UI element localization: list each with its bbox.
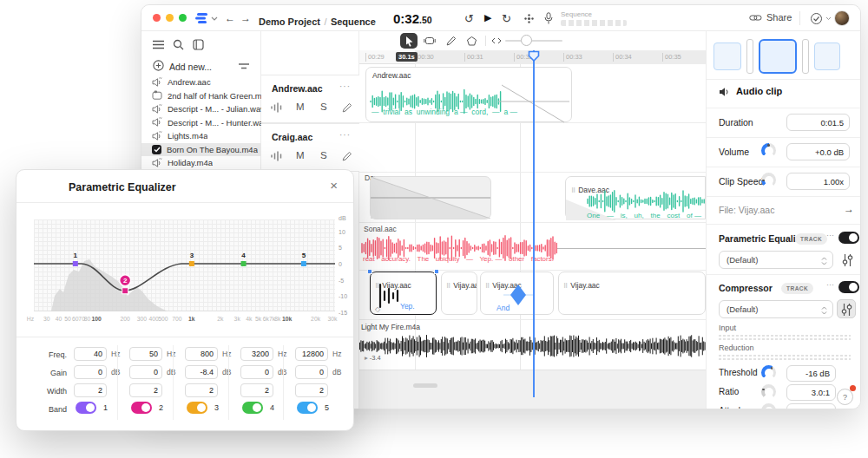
mute-button[interactable]: M <box>296 101 305 112</box>
word[interactable]: unwinding <box>417 108 450 116</box>
band-toggle[interactable] <box>297 402 318 414</box>
param-knob[interactable] <box>761 384 776 399</box>
gap-handle[interactable] <box>802 39 809 74</box>
arrow-right-icon[interactable]: → <box>844 203 854 215</box>
word[interactable]: a — <box>503 108 517 116</box>
clip-vijay[interactable]: ⠿Vijay.aac <box>558 272 706 315</box>
eq-value-input[interactable] <box>129 365 162 379</box>
eq-value-input[interactable] <box>295 365 328 379</box>
word[interactable]: Yep. — <box>479 255 502 263</box>
pen-icon[interactable] <box>341 151 352 162</box>
file-item[interactable]: Andrew.aac <box>141 75 261 89</box>
zoom-slider-thumb[interactable] <box>521 35 532 46</box>
pen-icon[interactable] <box>341 102 352 114</box>
param-input[interactable] <box>786 365 836 382</box>
menu-icon[interactable] <box>153 40 164 49</box>
word[interactable]: — <box>372 108 379 116</box>
eq-value-input[interactable] <box>74 365 107 379</box>
duration-input[interactable] <box>786 114 850 131</box>
file-item[interactable]: Descript - M... - Hunter.wav <box>141 116 261 130</box>
lasso-tool[interactable] <box>463 33 480 49</box>
mute-button[interactable]: M <box>296 150 305 160</box>
solo-button[interactable]: S <box>320 150 327 160</box>
eq-band-point[interactable] <box>241 261 247 266</box>
word[interactable]: a — <box>454 108 468 116</box>
add-new-label[interactable]: Add new... <box>169 62 212 72</box>
word[interactable]: as <box>404 108 412 116</box>
levels-icon[interactable] <box>270 101 284 114</box>
add-new-icon[interactable] <box>153 60 164 71</box>
effect-menu[interactable]: ··· <box>826 280 834 289</box>
word[interactable]: the <box>651 212 661 219</box>
filter-icon[interactable] <box>239 62 249 70</box>
band-toggle[interactable] <box>131 402 152 414</box>
word[interactable]: The <box>418 255 430 263</box>
track-menu-icon[interactable]: ··· <box>339 130 351 140</box>
word[interactable]: — <box>466 255 473 263</box>
band-toggle[interactable] <box>242 402 263 414</box>
eq-value-input[interactable] <box>240 383 273 397</box>
word[interactable]: uh, <box>635 212 644 219</box>
param-knob[interactable] <box>761 365 776 380</box>
param-input[interactable] <box>786 384 836 401</box>
checkbox-checked-icon[interactable] <box>152 145 161 154</box>
clip-thumbnail[interactable] <box>713 43 741 70</box>
file-item[interactable]: Lights.m4a <box>141 129 261 143</box>
selection-handle[interactable] <box>367 269 372 274</box>
ai-sparkle-icon[interactable] <box>523 13 535 24</box>
clip-vijay[interactable]: ⠿Vijay.aacAnd <box>480 272 554 315</box>
word[interactable]: ubiquity <box>436 255 460 263</box>
pen-tool[interactable] <box>442 33 459 49</box>
eq-settings-icon[interactable] <box>841 253 854 267</box>
word[interactable]: cost <box>667 212 681 219</box>
eq-value-input[interactable] <box>185 383 218 397</box>
help-button[interactable]: ? <box>837 389 853 405</box>
back-button[interactable]: ← <box>225 13 235 23</box>
redo-icon[interactable]: ↻ <box>502 13 511 24</box>
word[interactable]: — <box>492 108 500 116</box>
band-toggle[interactable] <box>187 402 207 414</box>
gap-handle[interactable] <box>746 39 753 74</box>
eq-value-input[interactable] <box>295 347 328 361</box>
file-item[interactable]: Holiday.m4a <box>141 156 261 170</box>
track-menu-icon[interactable]: ··· <box>339 82 351 91</box>
eq-value-input[interactable] <box>185 365 218 379</box>
eq-value-input[interactable] <box>240 347 273 361</box>
eq-value-input[interactable] <box>240 365 273 379</box>
solo-button[interactable]: S <box>320 101 327 112</box>
word[interactable]: cord, <box>471 108 488 116</box>
publish-status-button[interactable] <box>810 12 832 25</box>
microphone-icon[interactable] <box>543 12 554 25</box>
eq-value-input[interactable] <box>74 383 107 397</box>
eq-band-point[interactable] <box>73 261 78 266</box>
file-row[interactable]: File: Vijay.aac <box>719 205 774 215</box>
clip-speed-knob[interactable] <box>761 173 776 187</box>
eq-band-point[interactable] <box>189 261 194 266</box>
eq-value-input[interactable] <box>129 383 162 397</box>
volume-knob[interactable] <box>761 143 776 158</box>
breadcrumb-project[interactable]: Demo Project <box>259 16 320 27</box>
preset-select[interactable]: (Default) <box>719 251 833 269</box>
breadcrumb-doc[interactable]: Sequence <box>331 16 376 27</box>
word[interactable]: of — <box>687 212 701 219</box>
close-window-button[interactable] <box>153 14 161 22</box>
forward-button[interactable]: → <box>240 13 251 23</box>
word[interactable]: And <box>496 304 510 312</box>
notebook-icon[interactable] <box>193 39 204 50</box>
eq-value-input[interactable] <box>295 383 328 397</box>
track-header[interactable]: Andrew.aac···MS <box>261 75 359 123</box>
eq-value-input[interactable] <box>74 347 107 361</box>
effect-menu[interactable]: ··· <box>826 231 834 239</box>
chevron-down-icon[interactable] <box>211 16 218 22</box>
band-toggle[interactable] <box>76 402 96 414</box>
word[interactable]: reat <box>363 255 375 263</box>
word[interactable]: other <box>509 255 524 263</box>
undo-icon[interactable]: ↺ <box>464 13 474 24</box>
preset-select[interactable]: (Default) <box>719 300 833 318</box>
share-button[interactable]: Share <box>749 12 792 23</box>
levels-icon[interactable] <box>270 150 284 162</box>
move-icon[interactable]: ◇ <box>375 305 380 313</box>
clip-vijay[interactable]: ⠿Vijay.aac <box>441 272 477 315</box>
selection-handle[interactable] <box>434 269 439 274</box>
descript-logo-icon[interactable] <box>195 12 209 24</box>
